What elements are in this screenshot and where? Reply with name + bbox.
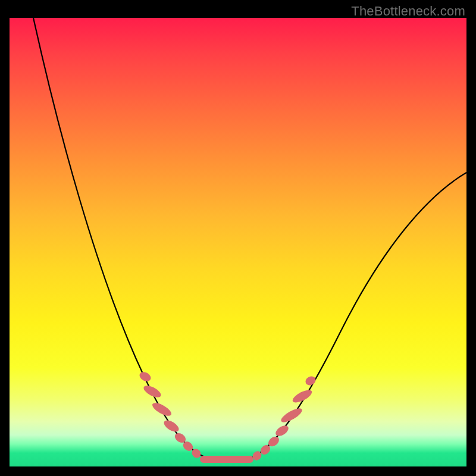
svg-point-0 [138,370,152,383]
svg-point-1 [142,383,163,399]
svg-point-2 [151,400,173,418]
bottleneck-curve-path [33,18,466,459]
watermark-text: TheBottleneck.com [351,4,465,19]
marker-flat-minimum [200,456,253,463]
chart-plot-area [10,18,466,466]
svg-point-10 [274,423,290,438]
svg-point-13 [304,375,317,387]
svg-point-3 [162,418,180,434]
svg-point-11 [279,406,304,425]
marker-cluster-right [251,375,318,462]
bottleneck-chart [10,18,466,466]
